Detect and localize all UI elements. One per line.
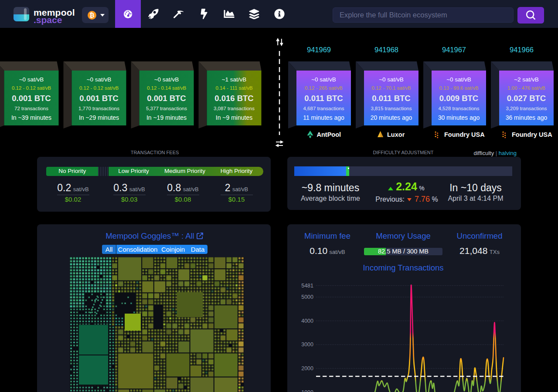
- svg-text:3,209 transactions: 3,209 transactions: [506, 106, 547, 111]
- svg-text:AntPool: AntPool: [317, 131, 341, 138]
- svg-text:72 transactions: 72 transactions: [14, 106, 48, 111]
- svg-text:5,377 transactions: 5,377 transactions: [146, 106, 187, 111]
- svg-text:11 minutes ago: 11 minutes ago: [303, 114, 344, 121]
- svg-text:4000: 4000: [301, 318, 313, 324]
- svg-text:0.12 - 265 sat/vB: 0.12 - 265 sat/vB: [305, 85, 343, 91]
- svg-text:In ~29 minutes: In ~29 minutes: [79, 114, 119, 121]
- svg-text:0.011 BTC: 0.011 BTC: [372, 94, 410, 103]
- svg-text:~0 sat/vB: ~0 sat/vB: [87, 76, 112, 83]
- svg-text:1,770 transactions: 1,770 transactions: [78, 106, 119, 111]
- svg-text:~0 sat/vB: ~0 sat/vB: [154, 76, 179, 83]
- svg-text:0.12 - 0.12 sat/vB: 0.12 - 0.12 sat/vB: [12, 85, 51, 91]
- svg-text:In ~19 minutes: In ~19 minutes: [146, 114, 187, 121]
- svg-text:Foundry USA: Foundry USA: [512, 131, 552, 138]
- svg-text:941966: 941966: [510, 46, 534, 54]
- svg-text:5000: 5000: [301, 294, 313, 300]
- svg-text:4,528 transactions: 4,528 transactions: [439, 106, 480, 111]
- svg-text:30 minutes ago: 30 minutes ago: [438, 114, 480, 121]
- svg-text:~0 sat/vB: ~0 sat/vB: [446, 76, 471, 83]
- svg-text:~2 sat/vB: ~2 sat/vB: [514, 76, 539, 83]
- svg-text:4,687 transactions: 4,687 transactions: [303, 106, 344, 111]
- svg-text:0.12 - 70.1 sat/vB: 0.12 - 70.1 sat/vB: [371, 85, 411, 91]
- svg-text:5481: 5481: [301, 283, 313, 289]
- svg-text:941969: 941969: [307, 46, 331, 54]
- svg-text:0.001 BTC: 0.001 BTC: [79, 94, 118, 103]
- svg-text:36 minutes ago: 36 minutes ago: [506, 114, 548, 121]
- svg-text:3,087 transactions: 3,087 transactions: [214, 106, 255, 111]
- svg-text:0.027 BTC: 0.027 BTC: [507, 94, 546, 103]
- svg-text:1.00 - 476 sat/vB: 1.00 - 476 sat/vB: [507, 85, 545, 91]
- svg-text:In ~39 minutes: In ~39 minutes: [11, 114, 51, 121]
- svg-text:~1 sat/vB: ~1 sat/vB: [222, 76, 247, 83]
- svg-text:0.12 - 0.14 sat/vB: 0.12 - 0.14 sat/vB: [147, 85, 186, 91]
- svg-text:3,815 transactions: 3,815 transactions: [371, 106, 412, 111]
- svg-text:In ~9 minutes: In ~9 minutes: [216, 114, 252, 121]
- svg-text:~0 sat/vB: ~0 sat/vB: [379, 76, 404, 83]
- svg-text:0.016 BTC: 0.016 BTC: [214, 94, 253, 103]
- svg-text:1000: 1000: [301, 389, 313, 392]
- svg-text:0.001 BTC: 0.001 BTC: [12, 94, 51, 103]
- svg-text:0.12 - 0.12 sat/vB: 0.12 - 0.12 sat/vB: [79, 85, 119, 91]
- svg-text:941968: 941968: [374, 46, 398, 54]
- svg-text:~0 sat/vB: ~0 sat/vB: [311, 76, 336, 83]
- svg-text:0.001 BTC: 0.001 BTC: [147, 94, 186, 103]
- svg-text:3000: 3000: [301, 341, 313, 348]
- svg-text:~0 sat/vB: ~0 sat/vB: [19, 76, 44, 83]
- svg-text:941967: 941967: [442, 46, 466, 54]
- svg-text:20 minutes ago: 20 minutes ago: [371, 114, 412, 121]
- svg-text:2000: 2000: [301, 365, 313, 372]
- svg-text:Luxor: Luxor: [387, 131, 405, 138]
- svg-text:0.13 - 99.6 sat/vB: 0.13 - 99.6 sat/vB: [439, 85, 478, 91]
- svg-text:Foundry USA: Foundry USA: [444, 131, 485, 138]
- svg-text:0.011 BTC: 0.011 BTC: [304, 94, 343, 103]
- svg-text:0.14 - 111 sat/vB: 0.14 - 111 sat/vB: [215, 85, 253, 91]
- svg-text:0.009 BTC: 0.009 BTC: [439, 94, 478, 103]
